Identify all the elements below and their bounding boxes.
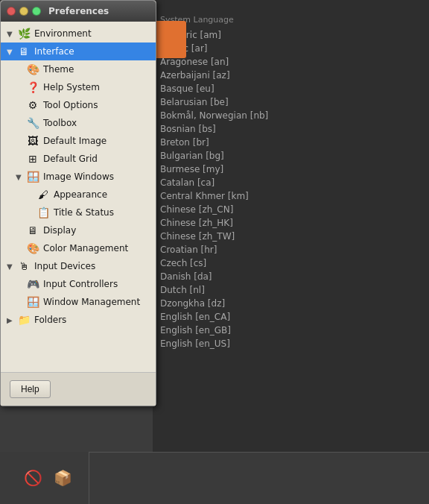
language-item: Croatian [hr] (160, 243, 422, 256)
title-status-label: Title & Status (54, 207, 114, 218)
default-image-icon: 🖼 (26, 134, 39, 148)
language-item: Belarusian [be] (160, 95, 422, 109)
tree-item-default-image[interactable]: 🖼Default Image (1, 132, 156, 150)
preferences-window: Preferences ▼🌿Environment▼🖥Interface🎨The… (0, 0, 156, 406)
tree-item-window-management[interactable]: 🪟Window Management (1, 293, 156, 311)
image-windows-icon: 🪟 (26, 170, 39, 183)
tree-item-tool-options[interactable]: ⚙Tool Options (1, 96, 156, 114)
input-devices-icon: 🖱 (17, 259, 31, 273)
theme-icon: 🎨 (26, 63, 39, 76)
language-item: Breton [br] (160, 136, 422, 149)
interface-label: Interface (34, 46, 74, 57)
toolbox-icon: 🔧 (26, 116, 39, 130)
package-icon: 📦 (54, 469, 72, 487)
tree-item-theme[interactable]: 🎨Theme (1, 60, 156, 78)
language-item: Central Khmer [km] (160, 189, 422, 203)
display-icon: 🖥 (26, 224, 39, 237)
language-item: English [en_GB] (160, 324, 422, 337)
tree-item-environment[interactable]: ▼🌿Environment (1, 25, 156, 42)
language-item: Catalan [ca] (160, 176, 422, 189)
language-item: English [en_US] (160, 337, 422, 350)
tree-item-color-management[interactable]: 🎨Color Management (1, 239, 156, 257)
language-item: Azerbaijani [az] (160, 69, 422, 82)
toggle-input-devices: ▼ (7, 262, 17, 271)
language-item: Bulgarian [bg] (160, 149, 422, 163)
language-item: Dutch [nl] (160, 283, 422, 297)
appearance-label: Appearance (54, 189, 107, 200)
titlebar: Preferences (1, 1, 156, 22)
display-label: Display (43, 225, 76, 236)
window-management-label: Window Management (43, 297, 140, 307)
close-button[interactable] (7, 7, 16, 16)
toggle-image-windows: ▼ (16, 173, 26, 181)
toggle-interface: ▼ (7, 48, 17, 56)
toggle-folders: ▶ (7, 316, 17, 324)
tree-item-toolbox[interactable]: 🔧Toolbox (1, 114, 156, 132)
language-list: Amharic [am]Arabic [ar]Aragonese [an]Aze… (160, 28, 422, 350)
language-panel: System Language Amharic [am]Arabic [ar]A… (153, 0, 429, 504)
color-management-label: Color Management (43, 243, 128, 253)
minimize-button[interactable] (19, 7, 28, 16)
no-icon: 🚫 (24, 469, 42, 487)
environment-icon: 🌿 (17, 27, 31, 40)
default-grid-label: Default Grid (43, 154, 98, 164)
tree-item-image-windows[interactable]: ▼🪟Image Windows (1, 168, 156, 186)
interface-icon: 🖥 (17, 45, 31, 58)
maximize-button[interactable] (32, 7, 41, 16)
language-item: Burmese [my] (160, 163, 422, 176)
system-language-label: System Language (160, 15, 422, 25)
folders-label: Folders (34, 315, 66, 325)
toggle-environment: ▼ (7, 30, 17, 38)
tree-item-interface[interactable]: ▼🖥Interface (1, 42, 156, 60)
tree-item-folders[interactable]: ▶📁Folders (1, 311, 156, 329)
language-item: Danish [da] (160, 270, 422, 283)
appearance-icon: 🖌 (36, 188, 50, 201)
input-controllers-icon: 🎮 (26, 277, 39, 291)
folders-icon: 📁 (17, 313, 31, 327)
language-item: Bokmål, Norwegian [nb] (160, 109, 422, 122)
window-title: Preferences (48, 6, 109, 16)
help-system-label: Help System (43, 82, 100, 92)
tree-item-input-controllers[interactable]: 🎮Input Controllers (1, 275, 156, 293)
language-item: Basque [eu] (160, 82, 422, 95)
language-item: Amharic [am] (160, 28, 422, 42)
tool-options-label: Tool Options (43, 100, 98, 110)
tree-item-display[interactable]: 🖥Display (1, 221, 156, 239)
tree-item-default-grid[interactable]: ⊞Default Grid (1, 150, 156, 168)
bottom-strip: 🚫 📦 (0, 452, 429, 504)
language-item: Aragonese [an] (160, 55, 422, 69)
language-item: Chinese [zh_CN] (160, 203, 422, 216)
help-system-icon: ❓ (26, 81, 39, 94)
tree-item-input-devices[interactable]: ▼🖱Input Devices (1, 257, 156, 275)
language-item: Arabic [ar] (160, 42, 422, 55)
bottom-icons: 🚫 📦 (0, 452, 89, 504)
language-item: Czech [cs] (160, 256, 422, 270)
language-item: Chinese [zh_HK] (160, 216, 422, 230)
tree-item-appearance[interactable]: 🖌Appearance (1, 186, 156, 204)
help-button[interactable]: Help (10, 380, 51, 398)
image-windows-label: Image Windows (43, 171, 114, 182)
environment-label: Environment (34, 28, 92, 39)
window-body: ▼🌿Environment▼🖥Interface🎨Theme❓Help Syst… (1, 22, 156, 372)
window-footer: Help (1, 372, 156, 406)
input-devices-label: Input Devices (34, 261, 95, 271)
right-panel-accent (156, 21, 186, 58)
title-status-icon: 📋 (36, 206, 50, 219)
default-image-label: Default Image (43, 136, 107, 146)
color-management-icon: 🎨 (26, 242, 39, 255)
theme-label: Theme (43, 64, 74, 75)
language-item: Bosnian [bs] (160, 122, 422, 136)
default-grid-icon: ⊞ (26, 152, 39, 166)
tree-item-help-system[interactable]: ❓Help System (1, 78, 156, 96)
tool-options-icon: ⚙ (26, 98, 39, 112)
input-controllers-label: Input Controllers (43, 279, 118, 289)
window-management-icon: 🪟 (26, 295, 39, 309)
toolbox-label: Toolbox (43, 118, 77, 128)
language-item: Chinese [zh_TW] (160, 230, 422, 243)
tree-item-title-status[interactable]: 📋Title & Status (1, 204, 156, 221)
language-item: Dzongkha [dz] (160, 297, 422, 310)
language-item: English [en_CA] (160, 310, 422, 324)
tree-panel: ▼🌿Environment▼🖥Interface🎨Theme❓Help Syst… (1, 22, 156, 372)
